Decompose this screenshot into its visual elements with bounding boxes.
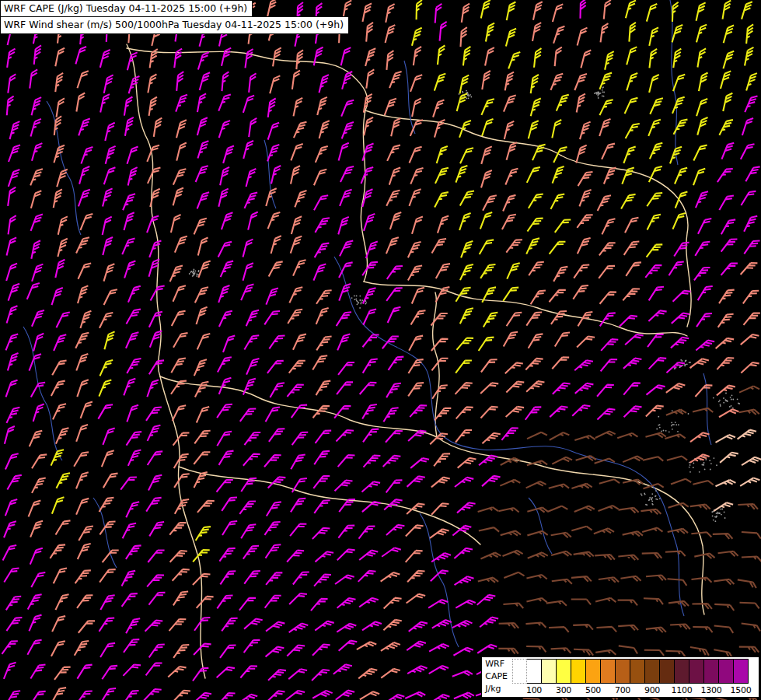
wind-barb xyxy=(197,191,209,211)
wind-barb xyxy=(268,667,286,684)
wind-barb xyxy=(100,93,110,114)
wind-barb xyxy=(217,401,232,421)
wind-barb xyxy=(457,500,476,517)
wind-barb xyxy=(292,475,307,495)
wind-barb xyxy=(386,477,403,495)
wind-barb xyxy=(507,141,517,161)
wind-barb xyxy=(293,257,306,278)
wind-barb xyxy=(30,688,46,700)
wind-barb xyxy=(293,332,306,352)
wind-barb xyxy=(741,332,759,349)
wind-barb xyxy=(312,667,330,684)
wind-barb xyxy=(553,264,567,285)
wind-barb xyxy=(412,285,424,306)
wind-barb xyxy=(550,404,567,421)
terrain-dot xyxy=(644,494,646,495)
wind-barb xyxy=(176,93,187,114)
wind-barb xyxy=(526,378,544,395)
wind-barb xyxy=(506,379,524,397)
wind-barb xyxy=(626,260,641,279)
wind-barb xyxy=(595,597,616,607)
wind-barb xyxy=(218,355,232,375)
legend-swatch xyxy=(601,659,616,684)
wind-barb xyxy=(7,48,15,68)
wind-barb xyxy=(693,627,712,632)
wind-barb xyxy=(507,310,522,329)
wind-barb xyxy=(271,164,281,184)
river-line xyxy=(529,498,552,554)
wind-barb xyxy=(124,377,135,397)
wind-barb xyxy=(557,93,569,113)
wind-barb xyxy=(691,577,711,585)
wind-barb xyxy=(597,382,614,401)
wind-barb xyxy=(4,520,16,540)
wind-barb xyxy=(666,408,686,420)
wind-barb xyxy=(120,474,137,492)
wind-barb xyxy=(123,662,141,680)
wind-barb xyxy=(719,193,734,212)
wind-barb xyxy=(291,402,307,422)
wind-barb xyxy=(268,98,276,118)
wind-barb xyxy=(291,495,305,515)
wind-barb xyxy=(412,97,421,117)
wind-barb xyxy=(527,215,543,235)
wind-barb xyxy=(360,689,379,700)
wind-barb xyxy=(697,116,707,136)
wind-barb xyxy=(454,545,473,562)
terrain-dot xyxy=(725,393,727,394)
wind-barb xyxy=(74,450,89,469)
wind-barb xyxy=(52,495,65,516)
wind-barb xyxy=(128,448,141,468)
terrain-dot xyxy=(466,90,467,92)
wind-barb xyxy=(218,93,231,113)
wind-barb xyxy=(505,71,514,91)
wind-barb xyxy=(295,189,306,209)
wind-barb xyxy=(409,187,421,208)
river-line xyxy=(23,327,62,460)
terrain-dot xyxy=(459,93,460,95)
wind-barb xyxy=(337,547,355,565)
wind-barb xyxy=(77,592,93,611)
wind-barb xyxy=(75,331,89,351)
wind-barb xyxy=(5,425,15,445)
wind-barb xyxy=(389,166,400,186)
wind-barb xyxy=(270,75,280,95)
wind-barb xyxy=(482,117,494,138)
wind-barb xyxy=(148,590,165,608)
wind-barb xyxy=(146,495,161,514)
wind-barb xyxy=(77,378,89,398)
wind-barb xyxy=(218,690,236,700)
wind-barb xyxy=(625,215,638,236)
wind-barb xyxy=(198,259,210,279)
wind-barb xyxy=(386,380,401,400)
wind-barb xyxy=(672,95,685,115)
wind-barb xyxy=(103,426,114,446)
wind-barb xyxy=(266,187,276,207)
wind-barb xyxy=(623,285,640,304)
wind-barb xyxy=(623,380,641,398)
wind-barb xyxy=(409,619,428,635)
wind-barb xyxy=(287,381,303,400)
wind-barb xyxy=(578,26,588,47)
wind-barb xyxy=(319,119,330,139)
terrain-dot xyxy=(356,296,358,297)
terrain-dot xyxy=(705,459,707,460)
wind-barb xyxy=(358,523,375,541)
wind-barb xyxy=(618,625,638,632)
wind-barb xyxy=(553,380,571,398)
weather-map: WRF CAPE (J/kg) Tuesday 04-11-2025 15:00… xyxy=(0,0,761,700)
wind-barb-layer xyxy=(2,0,761,700)
wind-barb xyxy=(99,519,115,538)
terrain-dot xyxy=(721,509,723,510)
wind-barb xyxy=(594,527,614,538)
wind-barb xyxy=(240,663,257,681)
wind-barb xyxy=(553,165,564,185)
wind-barb xyxy=(264,519,280,538)
wind-barb xyxy=(460,74,470,94)
wind-barb xyxy=(629,22,636,42)
wind-barb xyxy=(7,304,18,324)
wind-barb xyxy=(217,477,233,495)
wind-barb xyxy=(574,504,595,516)
terrain-dot xyxy=(641,495,643,496)
wind-barb xyxy=(408,240,421,260)
